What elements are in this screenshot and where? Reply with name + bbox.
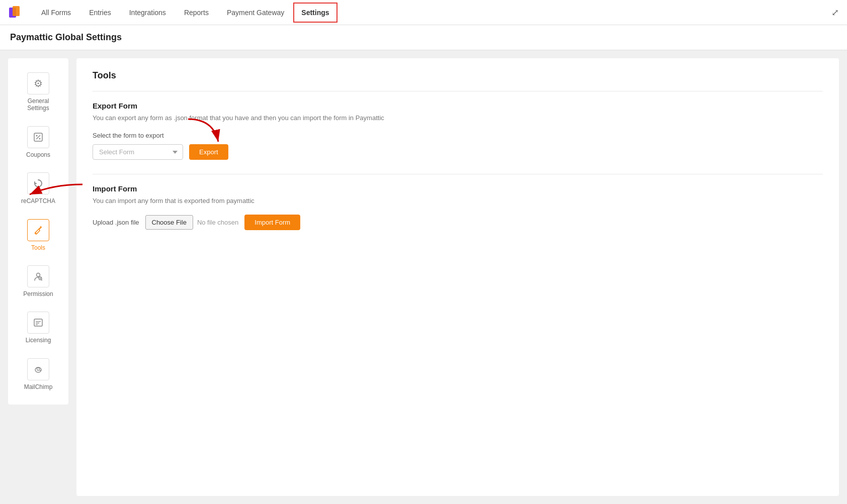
coupon-icon <box>27 126 49 148</box>
upload-json-label: Upload .json file <box>93 219 139 226</box>
recaptcha-icon <box>27 172 49 194</box>
import-form-desc: You can import any form that is exported… <box>93 197 823 205</box>
permission-icon <box>27 265 49 287</box>
import-row: Upload .json file Choose File No file ch… <box>93 215 823 230</box>
file-input-wrapper: Choose File No file chosen <box>145 215 239 230</box>
import-form-section: Import Form You can import any form that… <box>93 184 823 230</box>
mailchimp-icon <box>27 358 49 380</box>
export-form-desc: You can export any form as .json format … <box>93 114 823 122</box>
tools-icon <box>27 219 49 241</box>
fullscreen-icon[interactable]: ⤢ <box>831 7 839 18</box>
divider-1 <box>93 91 823 91</box>
gear-icon: ⚙ <box>27 72 49 94</box>
sidebar-item-mailchimp[interactable]: MailChimp <box>12 352 64 396</box>
sidebar-label-coupons: Coupons <box>26 151 50 158</box>
sidebar-label-recaptcha: reCAPTCHA <box>21 197 55 205</box>
svg-rect-1 <box>13 6 20 16</box>
svg-point-3 <box>36 135 38 136</box>
sidebar-item-permission[interactable]: Permission <box>12 259 64 304</box>
svg-point-8 <box>37 273 40 276</box>
app-logo[interactable] <box>8 5 24 21</box>
import-form-title: Import Form <box>93 184 823 193</box>
nav-links: All Forms Entries Integrations Reports P… <box>32 2 831 24</box>
sidebar-item-licensing[interactable]: Licensing <box>12 306 64 350</box>
export-button[interactable]: Export <box>189 144 228 160</box>
nav-payment-gateway[interactable]: Payment Gateway <box>218 2 293 24</box>
sidebar-label-mailchimp: MailChimp <box>24 383 53 390</box>
svg-rect-12 <box>34 319 42 326</box>
page-title: Paymattic Global Settings <box>10 32 837 43</box>
sidebar-item-recaptcha[interactable]: reCAPTCHA <box>12 166 64 211</box>
nav-entries[interactable]: Entries <box>80 2 120 24</box>
page-title-bar: Paymattic Global Settings <box>0 25 847 50</box>
svg-point-4 <box>39 138 41 139</box>
sidebar-item-coupons[interactable]: Coupons <box>12 120 64 164</box>
nav-integrations[interactable]: Integrations <box>120 2 175 24</box>
sidebar-label-licensing: Licensing <box>26 337 51 344</box>
nav-settings[interactable]: Settings <box>293 3 337 23</box>
main-layout: ⚙ General Settings Coupons reC <box>0 50 847 504</box>
tools-section-title: Tools <box>93 70 823 81</box>
no-file-text: No file chosen <box>197 219 238 226</box>
sidebar-item-general-settings[interactable]: ⚙ General Settings <box>12 66 64 118</box>
choose-file-button[interactable]: Choose File <box>145 215 193 230</box>
licensing-icon <box>27 312 49 334</box>
import-form-button[interactable]: Import Form <box>244 215 300 230</box>
export-select-label: Select the form to export <box>93 132 823 139</box>
content-area: Tools Export Form You can export any for… <box>76 58 839 496</box>
export-form-section: Export Form You can export any form as .… <box>93 102 823 164</box>
top-navigation: All Forms Entries Integrations Reports P… <box>0 0 847 25</box>
svg-point-7 <box>36 233 37 234</box>
nav-all-forms[interactable]: All Forms <box>32 2 80 24</box>
sidebar-item-tools[interactable]: Tools <box>12 213 64 257</box>
nav-reports[interactable]: Reports <box>175 2 218 24</box>
sidebar: ⚙ General Settings Coupons reC <box>8 58 68 405</box>
sidebar-label-permission: Permission <box>23 290 53 297</box>
divider-2 <box>93 174 823 174</box>
export-form-title: Export Form <box>93 102 823 110</box>
sidebar-label-general-settings: General Settings <box>16 97 60 112</box>
export-row: Select Form Export <box>93 144 228 160</box>
sidebar-label-tools: Tools <box>31 244 45 251</box>
select-form-dropdown[interactable]: Select Form <box>93 144 183 160</box>
